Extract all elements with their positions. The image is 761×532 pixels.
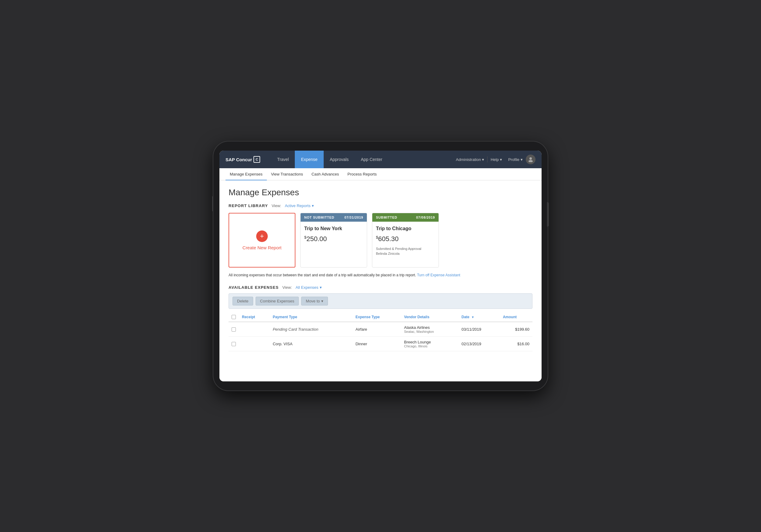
card-date-submitted: 07/08/2019 xyxy=(416,216,435,219)
nav-travel[interactable]: Travel xyxy=(271,151,295,168)
row2-date: 02/13/2019 xyxy=(459,337,500,351)
expense-table: Receipt Payment Type Expense Type Vendor… xyxy=(229,312,532,351)
administration-menu[interactable]: Administration ▾ xyxy=(456,157,484,162)
card-status-submitted: SUBMITTED xyxy=(376,216,397,219)
logo-area[interactable]: SAP Concur C xyxy=(219,151,271,168)
row2-amount: $16.00 xyxy=(500,337,532,351)
create-new-report-card[interactable]: + Create New Report xyxy=(229,213,295,268)
move-to-chevron-icon: ▾ xyxy=(321,299,323,303)
create-new-label: Create New Report xyxy=(243,245,281,250)
card-amount-new-york: $250.00 xyxy=(304,235,363,243)
administration-chevron-icon: ▾ xyxy=(482,157,484,162)
turn-off-assistant-link[interactable]: Turn off Expense Assistant xyxy=(417,273,460,277)
card-trip-name-new-york: Trip to New York xyxy=(304,226,363,231)
top-navigation: SAP Concur C Travel Expense Approvals Ap… xyxy=(219,151,542,168)
all-expenses-dropdown[interactable]: All Expenses ▾ xyxy=(295,285,322,290)
delete-button[interactable]: Delete xyxy=(232,297,253,305)
profile-menu[interactable]: Profile ▾ xyxy=(508,157,523,162)
card-body-chicago: Trip to Chicago $605.30 Submitted & Pend… xyxy=(372,222,439,260)
active-reports-chevron-icon: ▾ xyxy=(312,203,314,208)
nav-expense[interactable]: Expense xyxy=(295,151,323,168)
row2-payment-type: Corp. VISA xyxy=(269,337,352,351)
select-all-checkbox[interactable] xyxy=(232,315,236,319)
svg-point-1 xyxy=(529,160,533,162)
move-to-button[interactable]: Move to ▾ xyxy=(301,297,327,305)
combine-expenses-button[interactable]: Combine Expenses xyxy=(256,297,299,305)
nav-app-center[interactable]: App Center xyxy=(355,151,388,168)
report-library-view-label: View: xyxy=(272,203,281,208)
row1-payment-type: Pending Card Transaction xyxy=(269,322,352,337)
profile-chevron-icon: ▾ xyxy=(521,157,523,162)
date-sort-icon: ▼ xyxy=(471,315,474,319)
row2-vendor: Breech Lounge Chicago, Illinois xyxy=(401,337,459,351)
report-library-label: REPORT LIBRARY xyxy=(229,203,268,208)
report-library-header: REPORT LIBRARY View: Active Reports ▾ xyxy=(229,203,532,208)
expense-assistant-message: All incoming expenses that occur between… xyxy=(229,272,532,278)
table-header-payment-type[interactable]: Payment Type xyxy=(269,312,352,322)
table-header-date[interactable]: Date ▼ xyxy=(459,312,500,322)
create-new-icon: + xyxy=(256,231,268,242)
card-body-new-york: Trip to New York $250.00 xyxy=(301,222,367,251)
active-reports-dropdown[interactable]: Active Reports ▾ xyxy=(285,203,314,208)
table-header-amount[interactable]: Amount xyxy=(500,312,532,322)
table-header-receipt[interactable]: Receipt xyxy=(239,312,269,322)
row2-expense-type: Dinner xyxy=(353,337,401,351)
logo-icon: C xyxy=(254,156,260,163)
card-status-detail-chicago: Submitted & Pending ApprovalBelinda Zini… xyxy=(376,246,435,256)
row2-checkbox-cell xyxy=(229,337,239,351)
nav-right: Administration ▾ Help ▾ Profile ▾ xyxy=(450,151,542,168)
available-expenses-view-label: View: xyxy=(282,285,292,290)
available-expenses-header: AVAILABLE EXPENSES View: All Expenses ▾ xyxy=(229,285,532,290)
row1-amount: $199.60 xyxy=(500,322,532,337)
subnav-view-transactions[interactable]: View Transactions xyxy=(267,168,307,180)
row1-expense-type: Airfare xyxy=(353,322,401,337)
row2-checkbox[interactable] xyxy=(232,342,236,346)
nav-divider xyxy=(487,156,488,162)
table-header-vendor-details[interactable]: Vendor Details xyxy=(401,312,459,322)
report-card-chicago[interactable]: SUBMITTED 07/08/2019 Trip to Chicago $60… xyxy=(372,213,439,268)
row1-vendor: Alaska Airlines Seatac, Washington xyxy=(401,322,459,337)
row1-checkbox-cell xyxy=(229,322,239,337)
subnav-cash-advances[interactable]: Cash Advances xyxy=(307,168,343,180)
app-title: SAP Concur xyxy=(225,157,252,162)
table-row: Corp. VISA Dinner Breech Lounge Chicago,… xyxy=(229,337,532,351)
all-expenses-chevron-icon: ▾ xyxy=(320,285,322,290)
help-chevron-icon: ▾ xyxy=(500,157,502,162)
help-menu[interactable]: Help ▾ xyxy=(491,157,502,162)
page-title: Manage Expenses xyxy=(229,187,532,197)
svg-point-0 xyxy=(529,157,532,160)
card-date-not-submitted: 07/31/2019 xyxy=(344,216,363,219)
row1-date: 03/11/2019 xyxy=(459,322,500,337)
avatar[interactable] xyxy=(526,155,536,164)
nav-approvals[interactable]: Approvals xyxy=(324,151,355,168)
subnav-process-reports[interactable]: Process Reports xyxy=(343,168,381,180)
card-amount-chicago: $605.30 xyxy=(376,235,435,243)
table-row: Pending Card Transaction Airfare Alaska … xyxy=(229,322,532,337)
card-trip-name-chicago: Trip to Chicago xyxy=(376,226,435,231)
available-expenses-label: AVAILABLE EXPENSES xyxy=(229,285,279,290)
row1-checkbox[interactable] xyxy=(232,327,236,332)
row1-receipt xyxy=(239,322,269,337)
table-header-select-all xyxy=(229,312,239,322)
second-navigation: Manage Expenses View Transactions Cash A… xyxy=(219,168,542,180)
subnav-manage-expenses[interactable]: Manage Expenses xyxy=(225,168,267,180)
main-content: Manage Expenses REPORT LIBRARY View: Act… xyxy=(219,180,542,381)
report-card-new-york[interactable]: NOT SUBMITTED 07/31/2019 Trip to New Yor… xyxy=(300,213,367,268)
nav-items: Travel Expense Approvals App Center xyxy=(271,151,450,168)
card-status-not-submitted: NOT SUBMITTED xyxy=(304,216,334,219)
report-cards: + Create New Report NOT SUBMITTED 07/31/… xyxy=(229,213,532,268)
row2-receipt xyxy=(239,337,269,351)
card-header-not-submitted: NOT SUBMITTED 07/31/2019 xyxy=(301,213,367,222)
table-header-expense-type[interactable]: Expense Type xyxy=(353,312,401,322)
expense-toolbar: Delete Combine Expenses Move to ▾ xyxy=(229,293,532,309)
card-header-submitted: SUBMITTED 07/08/2019 xyxy=(372,213,439,222)
